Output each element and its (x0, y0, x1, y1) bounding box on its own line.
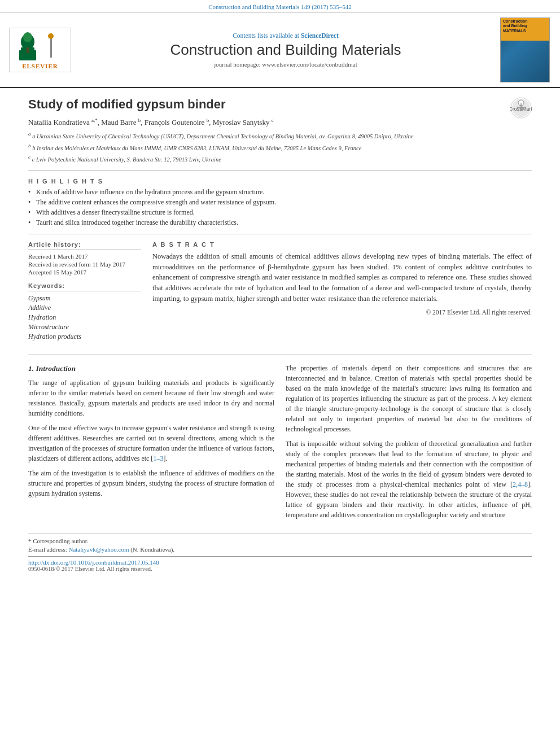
cover-image: Constructionand BuildingMATERIALS (500, 18, 550, 82)
cover-title-top: Constructionand BuildingMATERIALS (503, 19, 547, 33)
email-suffix: (N. Kondratieva). (130, 546, 174, 553)
email-address: Nataliyavk@yahoo.com (68, 546, 129, 553)
left-column: 1. Introduction The range of application… (28, 363, 274, 525)
journal-title: Construction and Building Materials (82, 41, 489, 59)
divider-3 (28, 355, 532, 355)
bottom-bar: http://dx.doi.org/10.1016/j.conbuildmat.… (28, 556, 532, 572)
main-content: Study of modified gypsum binder CrossMar… (0, 88, 560, 583)
issn-text: 0950-0618/© 2017 Elsevier Ltd. All right… (28, 566, 532, 572)
accepted-date: Accepted 15 May 2017 (28, 269, 141, 276)
journal-cover: Constructionand BuildingMATERIALS (500, 18, 551, 82)
article-info: Article history: Received 1 March 2017 R… (28, 241, 141, 348)
keyword-3: Hydration (28, 313, 141, 322)
ref-2-4-8: 2,4–8 (513, 480, 528, 488)
keyword-5: Hydration products (28, 333, 141, 341)
journal-header: ELSEVIER Contents lists available at Sci… (0, 13, 560, 88)
right-para-1: The properties of materials depend on th… (286, 363, 532, 434)
intro-para-2: One of the most effective ways to increa… (28, 423, 274, 464)
crossmark-badge: CrossMark (510, 97, 532, 121)
contents-label: Contents lists available at (233, 32, 299, 39)
ref-1-3: 1–3 (153, 455, 163, 462)
highlight-2: The additive content enhances the compre… (28, 198, 532, 207)
svg-point-3 (23, 32, 32, 42)
highlight-3: With additives a denser finecrystalline … (28, 208, 532, 217)
highlights-header: H I G H L I G H T S (28, 178, 532, 185)
journal-homepage: journal homepage: www.elsevier.com/locat… (82, 61, 489, 68)
intro-para-3: The aim of the investigation is to estab… (28, 468, 274, 499)
elsevier-logo-svg (16, 30, 64, 62)
divider-2 (28, 234, 532, 234)
right-para-2: That is impossible without solving the p… (286, 439, 532, 520)
crossmark-icon: CrossMark (510, 97, 532, 119)
keyword-2: Additive (28, 304, 141, 312)
author-nataliia: Nataliia Kondratieva (28, 118, 91, 126)
footnote-section: * Corresponding author. E-mail address: … (28, 534, 532, 553)
elsevier-logo-box: ELSEVIER (9, 28, 71, 72)
corresponding-note: * Corresponding author. (28, 538, 532, 544)
right-column: The properties of materials depend on th… (286, 363, 532, 525)
abstract-text: Nowadays the addition of small amounts o… (152, 251, 532, 304)
elsevier-text: ELSEVIER (22, 63, 58, 69)
affiliation-c: c c Lviv Polytechnic National University… (28, 154, 532, 164)
sciencedirect-name: ScienceDirect (301, 32, 339, 39)
history-label: Article history: (28, 241, 141, 248)
doi-link[interactable]: http://dx.doi.org/10.1016/j.conbuildmat.… (28, 559, 532, 566)
copyright-text: © 2017 Elsevier Ltd. All rights reserved… (152, 309, 532, 316)
abstract-section: A B S T R A C T Nowadays the addition of… (152, 241, 532, 348)
revised-date: Received in revised form 11 May 2017 (28, 261, 141, 268)
sciencedirect-link: Contents lists available at ScienceDirec… (82, 32, 489, 39)
highlights-section: H I G H L I G H T S Kinds of additive ha… (28, 178, 532, 227)
article-history: Article history: Received 1 March 2017 R… (28, 241, 141, 276)
email-label: E-mail address: (28, 546, 67, 553)
email-note: E-mail address: Nataliyavk@yahoo.com (N.… (28, 546, 532, 553)
keywords-section: Keywords: Gypsum Additive Hydration Micr… (28, 282, 141, 341)
citation-bar: Construction and Building Materials 149 … (0, 0, 560, 13)
affiliation-a: a a Ukrainian State University of Chemic… (28, 130, 532, 141)
divider-1 (28, 171, 532, 171)
keyword-1: Gypsum (28, 294, 141, 303)
history-divider (28, 250, 141, 250)
header-center: Contents lists available at ScienceDirec… (82, 32, 489, 68)
svg-point-6 (48, 33, 54, 39)
svg-rect-5 (50, 36, 52, 58)
body-section: 1. Introduction The range of application… (28, 363, 532, 525)
citation-text: Construction and Building Materials 149 … (208, 3, 352, 10)
svg-rect-4 (27, 47, 29, 53)
highlight-4: Taurit and silica introduced together in… (28, 219, 532, 227)
keyword-4: Microstructure (28, 323, 141, 331)
abstract-header: A B S T R A C T (152, 241, 532, 248)
intro-title: 1. Introduction (28, 363, 274, 374)
affiliation-b: b b Institut des Molécules et Matériaux … (28, 142, 532, 152)
received-date: Received 1 March 2017 (28, 253, 141, 260)
info-abstract-section: Article history: Received 1 March 2017 R… (28, 241, 532, 348)
keywords-label: Keywords: (28, 282, 141, 289)
highlight-1: Kinds of additive have influence on the … (28, 188, 532, 196)
authors-line: Nataliia Kondratieva a,*, Maud Barre b, … (28, 117, 532, 127)
intro-para-1: The range of application of gypsum build… (28, 378, 274, 418)
article-title: Study of modified gypsum binder (28, 97, 532, 112)
keywords-divider (28, 291, 141, 291)
